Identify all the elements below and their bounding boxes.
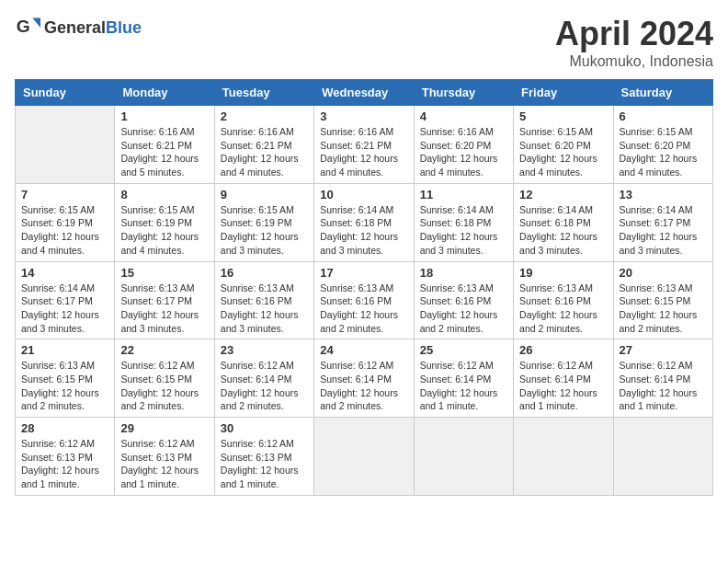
weekday-header: Saturday	[613, 80, 712, 106]
calendar-header: SundayMondayTuesdayWednesdayThursdayFrid…	[16, 80, 713, 106]
day-number: 22	[120, 343, 208, 357]
calendar-week-row: 1Sunrise: 6:16 AM Sunset: 6:21 PM Daylig…	[16, 106, 713, 184]
day-info: Sunrise: 6:12 AM Sunset: 6:14 PM Dayligh…	[320, 359, 407, 413]
day-info: Sunrise: 6:13 AM Sunset: 6:16 PM Dayligh…	[320, 282, 407, 336]
day-info: Sunrise: 6:15 AM Sunset: 6:19 PM Dayligh…	[21, 203, 108, 258]
calendar-cell: 26Sunrise: 6:12 AM Sunset: 6:14 PM Dayli…	[514, 339, 613, 418]
calendar-cell: 8Sunrise: 6:15 AM Sunset: 6:19 PM Daylig…	[115, 183, 214, 261]
logo-icon: G	[15, 15, 40, 40]
day-number: 26	[519, 343, 607, 357]
day-number: 29	[120, 421, 208, 435]
day-number: 19	[519, 266, 607, 280]
day-number: 23	[221, 343, 308, 357]
day-number: 10	[320, 188, 407, 201]
svg-text:G: G	[17, 17, 30, 36]
weekday-header: Friday	[514, 80, 613, 106]
calendar-cell: 23Sunrise: 6:12 AM Sunset: 6:14 PM Dayli…	[214, 339, 313, 418]
weekday-header: Sunday	[16, 80, 115, 106]
day-number: 12	[519, 188, 607, 201]
weekday-header: Wednesday	[314, 80, 414, 106]
day-number: 6	[620, 109, 707, 123]
day-info: Sunrise: 6:16 AM Sunset: 6:21 PM Dayligh…	[221, 125, 308, 179]
logo: G GeneralBlue	[15, 15, 142, 40]
calendar-cell: 2Sunrise: 6:16 AM Sunset: 6:21 PM Daylig…	[214, 106, 313, 184]
day-number: 18	[420, 266, 507, 280]
day-info: Sunrise: 6:12 AM Sunset: 6:14 PM Dayligh…	[519, 359, 607, 413]
calendar-week-row: 21Sunrise: 6:13 AM Sunset: 6:15 PM Dayli…	[16, 339, 713, 418]
calendar-week-row: 7Sunrise: 6:15 AM Sunset: 6:19 PM Daylig…	[16, 183, 713, 261]
weekday-header: Monday	[115, 80, 214, 106]
calendar-cell: 1Sunrise: 6:16 AM Sunset: 6:21 PM Daylig…	[115, 106, 214, 184]
calendar-cell: 11Sunrise: 6:14 AM Sunset: 6:18 PM Dayli…	[414, 183, 513, 261]
day-number: 13	[620, 188, 707, 201]
calendar-week-row: 14Sunrise: 6:14 AM Sunset: 6:17 PM Dayli…	[16, 261, 713, 339]
day-info: Sunrise: 6:13 AM Sunset: 6:15 PM Dayligh…	[21, 359, 108, 413]
day-info: Sunrise: 6:12 AM Sunset: 6:13 PM Dayligh…	[120, 437, 208, 491]
calendar-cell: 19Sunrise: 6:13 AM Sunset: 6:16 PM Dayli…	[514, 261, 613, 339]
day-number: 28	[21, 421, 108, 435]
day-info: Sunrise: 6:13 AM Sunset: 6:17 PM Dayligh…	[120, 282, 208, 336]
calendar-cell: 25Sunrise: 6:12 AM Sunset: 6:14 PM Dayli…	[414, 339, 513, 418]
day-info: Sunrise: 6:15 AM Sunset: 6:20 PM Dayligh…	[620, 125, 707, 179]
weekday-header: Thursday	[414, 80, 513, 106]
calendar-cell: 3Sunrise: 6:16 AM Sunset: 6:21 PM Daylig…	[314, 106, 414, 184]
day-number: 15	[120, 266, 208, 280]
calendar-cell: 16Sunrise: 6:13 AM Sunset: 6:16 PM Dayli…	[214, 261, 313, 339]
calendar-cell	[16, 106, 115, 184]
day-info: Sunrise: 6:16 AM Sunset: 6:21 PM Dayligh…	[320, 125, 407, 179]
day-info: Sunrise: 6:15 AM Sunset: 6:19 PM Dayligh…	[120, 203, 208, 258]
weekday-header: Tuesday	[214, 80, 313, 106]
day-number: 24	[320, 343, 407, 357]
day-info: Sunrise: 6:12 AM Sunset: 6:14 PM Dayligh…	[620, 359, 707, 413]
calendar-cell: 5Sunrise: 6:15 AM Sunset: 6:20 PM Daylig…	[514, 106, 613, 184]
day-info: Sunrise: 6:12 AM Sunset: 6:15 PM Dayligh…	[120, 359, 208, 413]
calendar-cell	[514, 418, 613, 496]
calendar-cell: 17Sunrise: 6:13 AM Sunset: 6:16 PM Dayli…	[314, 261, 414, 339]
day-number: 11	[420, 188, 507, 201]
day-info: Sunrise: 6:15 AM Sunset: 6:19 PM Dayligh…	[221, 203, 308, 258]
calendar-cell: 27Sunrise: 6:12 AM Sunset: 6:14 PM Dayli…	[613, 339, 712, 418]
title-area: April 2024 Mukomuko, Indonesia	[555, 15, 713, 70]
calendar-cell	[613, 418, 712, 496]
day-info: Sunrise: 6:13 AM Sunset: 6:16 PM Dayligh…	[519, 282, 607, 336]
day-info: Sunrise: 6:12 AM Sunset: 6:14 PM Dayligh…	[420, 359, 507, 413]
calendar-cell: 29Sunrise: 6:12 AM Sunset: 6:13 PM Dayli…	[115, 418, 214, 496]
day-info: Sunrise: 6:14 AM Sunset: 6:18 PM Dayligh…	[320, 203, 407, 258]
day-number: 21	[21, 343, 108, 357]
day-number: 25	[420, 343, 507, 357]
day-number: 5	[519, 109, 607, 123]
day-number: 30	[221, 421, 308, 435]
calendar-cell: 20Sunrise: 6:13 AM Sunset: 6:15 PM Dayli…	[613, 261, 712, 339]
day-info: Sunrise: 6:14 AM Sunset: 6:18 PM Dayligh…	[519, 203, 607, 258]
location-title: Mukomuko, Indonesia	[555, 53, 713, 70]
day-number: 4	[420, 109, 507, 123]
calendar-cell: 4Sunrise: 6:16 AM Sunset: 6:20 PM Daylig…	[414, 106, 513, 184]
calendar-cell: 21Sunrise: 6:13 AM Sunset: 6:15 PM Dayli…	[16, 339, 115, 418]
logo-text-general: General	[44, 18, 106, 37]
day-info: Sunrise: 6:13 AM Sunset: 6:16 PM Dayligh…	[221, 282, 308, 336]
day-info: Sunrise: 6:12 AM Sunset: 6:14 PM Dayligh…	[221, 359, 308, 413]
day-info: Sunrise: 6:15 AM Sunset: 6:20 PM Dayligh…	[519, 125, 607, 179]
day-number: 27	[620, 343, 707, 357]
calendar-body: 1Sunrise: 6:16 AM Sunset: 6:21 PM Daylig…	[16, 106, 713, 496]
day-info: Sunrise: 6:16 AM Sunset: 6:21 PM Dayligh…	[120, 125, 208, 179]
calendar-cell: 7Sunrise: 6:15 AM Sunset: 6:19 PM Daylig…	[16, 183, 115, 261]
calendar-cell: 18Sunrise: 6:13 AM Sunset: 6:16 PM Dayli…	[414, 261, 513, 339]
calendar-cell: 30Sunrise: 6:12 AM Sunset: 6:13 PM Dayli…	[214, 418, 313, 496]
day-info: Sunrise: 6:16 AM Sunset: 6:20 PM Dayligh…	[420, 125, 507, 179]
day-info: Sunrise: 6:12 AM Sunset: 6:13 PM Dayligh…	[221, 437, 308, 491]
calendar-cell: 14Sunrise: 6:14 AM Sunset: 6:17 PM Dayli…	[16, 261, 115, 339]
day-number: 2	[221, 109, 308, 123]
calendar-week-row: 28Sunrise: 6:12 AM Sunset: 6:13 PM Dayli…	[16, 418, 713, 496]
day-info: Sunrise: 6:12 AM Sunset: 6:13 PM Dayligh…	[21, 437, 108, 491]
calendar-cell: 10Sunrise: 6:14 AM Sunset: 6:18 PM Dayli…	[314, 183, 414, 261]
weekday-row: SundayMondayTuesdayWednesdayThursdayFrid…	[16, 80, 713, 106]
svg-marker-1	[32, 18, 40, 29]
calendar-cell: 24Sunrise: 6:12 AM Sunset: 6:14 PM Dayli…	[314, 339, 414, 418]
day-number: 1	[120, 109, 208, 123]
logo-text-blue: Blue	[106, 18, 142, 37]
day-number: 14	[21, 266, 108, 280]
day-number: 7	[21, 188, 108, 201]
day-number: 17	[320, 266, 407, 280]
day-number: 16	[221, 266, 308, 280]
